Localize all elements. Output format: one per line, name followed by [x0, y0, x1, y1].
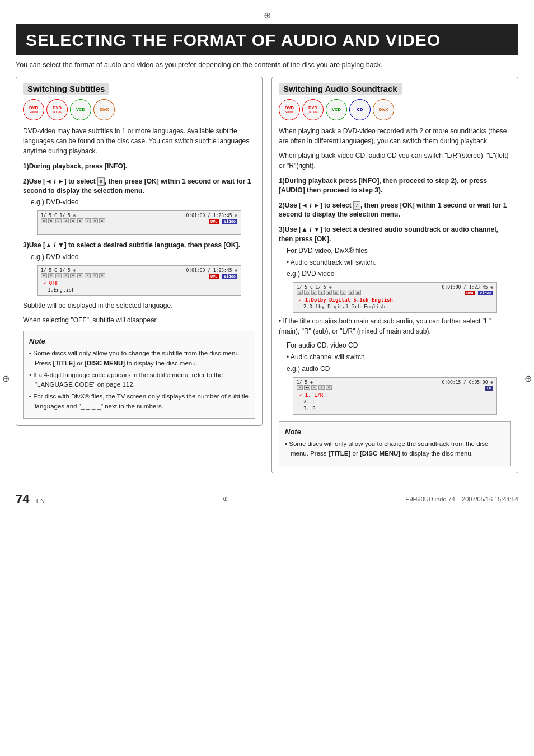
switching-audio-section: Switching Audio Soundtrack DVD Video DVD…: [271, 77, 518, 473]
subtitle-step1: 1)During playback, press [INFO].: [23, 162, 255, 171]
audio-note-box: Note Some discs will only allow you to c…: [279, 421, 511, 466]
audio-dvd-r-badge: DVD +R DL: [302, 99, 324, 120]
subtitle-intro: DVD-video may have subtitles in 1 or mor…: [23, 126, 255, 156]
audio-cd-item1: 1. L/R: [297, 392, 493, 398]
subtitle-step3: 3)Use [▲ / ▼] to select a desired subtit…: [23, 241, 255, 250]
subtitle-result2: When selecting "OFF", subtitle will disa…: [23, 315, 255, 325]
audio-step3b: • Audio soundtrack will switch.: [287, 258, 511, 267]
page-number: 74: [16, 492, 29, 506]
audio-step3c: e.g.) DVD-video: [287, 269, 511, 279]
screen-mockup-audio-dvd: 1/ 5 C 1/ 5 ⊙ 0:01:00 / 1:23:45 ⊕ ⊟◄◄⊡⊞⊠…: [293, 282, 497, 313]
audio-select-icon: ♪: [353, 201, 360, 210]
audio-note-1: Some discs will only allow you to change…: [285, 439, 505, 459]
audio-for-cd: For audio CD, video CD: [287, 341, 511, 350]
page-number-block: 74 EN: [16, 492, 45, 506]
audio-dvd-item1: 1.Dolby Digital 5.1ch English: [297, 297, 493, 303]
audio-step3: 3)Use [▲ / ▼] to select a desired audio …: [279, 225, 511, 244]
audio-intro1: When playing back a DVD-video recorded w…: [279, 126, 511, 146]
crosshair-left: ⊕: [2, 373, 10, 383]
subtitle-step2: 2)Use [◄ / ►] to select ⊟, then press [O…: [23, 177, 255, 196]
audio-divx-badge: DivX: [373, 99, 394, 120]
subtitle-note-box: Note Some discs will only allow you to c…: [23, 331, 255, 419]
dvd-r-badge: DVD +R DL: [46, 99, 68, 120]
audio-cd-switch: • Audio channel will switch.: [287, 353, 511, 362]
subtitle-note-3: For disc with DivX® files, the TV screen…: [29, 392, 249, 411]
audio-cd-item2: 2. L: [297, 398, 493, 405]
switching-audio-title: Switching Audio Soundtrack: [279, 83, 402, 95]
crosshair-right: ⊕: [524, 373, 532, 383]
audio-dvd-item2: 2.Dolby Digital 2ch English: [297, 303, 493, 310]
audio-intro2: When playing back video CD, audio CD you…: [279, 151, 511, 171]
dvd-video-badge: DVD Video: [23, 99, 44, 120]
audio-disc-icons: DVD Video DVD +R DL VCD CD DivX: [279, 99, 511, 120]
page-title: SELECTING THE FORMAT OF AUDIO AND VIDEO: [16, 24, 518, 55]
subtitle-result1: Subtitle will be displayed in the select…: [23, 300, 255, 311]
page-subtitle: You can select the format of audio and v…: [16, 61, 518, 69]
subtitle-menu-off: OFF: [41, 280, 237, 287]
audio-vcd-badge: VCD: [326, 99, 347, 120]
vcd-badge: VCD: [70, 99, 91, 120]
subtitle-note-1: Some discs will only allow you to change…: [29, 349, 249, 368]
subtitle-note-2: If a 4-digit language code appears in th…: [29, 370, 249, 390]
switching-subtitles-section: Switching Subtitles DVD Video DVD +R DL …: [16, 77, 263, 426]
audio-dvd-video-badge: DVD Video: [279, 99, 300, 120]
audio-note-title: Note: [285, 426, 505, 438]
crosshair-bottom: ⊕: [223, 495, 228, 503]
audio-step1: 1)During playback press [INFO], then pro…: [279, 176, 511, 195]
subtitle-disc-icons: DVD Video DVD +R DL VCD DivX: [23, 99, 255, 120]
subtitle-step2-example: e.g.) DVD-video: [31, 198, 255, 207]
screen-mockup-subtitle-2: 1/ 5 C 1/ 5 ⊙ 0:01:00 / 1:23:45 ⊕ ⊟⊠—⊡⊞⊠…: [37, 265, 241, 296]
audio-cd-badge: CD: [349, 99, 371, 120]
audio-cd-item3: 3. R: [297, 405, 493, 412]
subtitle-menu-english: 1.English: [41, 287, 237, 293]
audio-cd-example: e.g.) audio CD: [287, 364, 511, 374]
subtitle-step3-example: e.g.) DVD-video: [31, 252, 255, 262]
divx-badge: DivX: [93, 99, 115, 120]
switching-subtitles-title: Switching Subtitles: [23, 83, 109, 95]
screen-mockup-subtitle-1: 1/ 5 C 1/ 5 ⊙ 0:01:00 / 1:23:45 ⊕ ⊟⊠—⊡⊞⊠…: [37, 210, 241, 235]
page-footer: 74 EN ⊕ E9H90UD.indd 74 2007/05/16 15:44…: [16, 487, 518, 506]
footer-file-info: E9H90UD.indd 74 2007/05/16 15:44:54: [405, 496, 518, 503]
subtitle-note-title: Note: [29, 336, 249, 347]
audio-step2: 2)Use [◄ / ►] to select ♪, then press [O…: [279, 201, 511, 220]
screen-mockup-audio-cd: 1/ 5 ⊙ 0:00:15 / 0:05:00 ⊕ ⊟◄◄⊡⊞⊠ CD 1. …: [293, 377, 497, 415]
audio-step3a: For DVD-video, DivX® files: [287, 246, 511, 256]
audio-note-main-sub: • If the title contains both main and su…: [279, 316, 511, 336]
page-lang: EN: [36, 497, 45, 504]
crosshair-top: ⊕: [16, 10, 518, 21]
subtitle-select-icon: ⊟: [97, 177, 105, 186]
